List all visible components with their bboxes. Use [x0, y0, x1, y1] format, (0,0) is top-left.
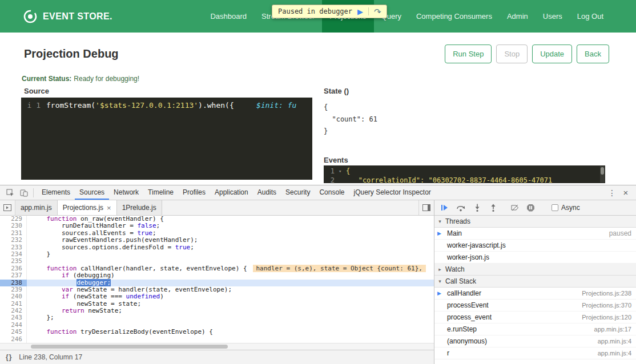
- code-token: newState = state;: [31, 300, 141, 308]
- devtools-tab-console[interactable]: Console: [315, 185, 349, 200]
- step-over-button[interactable]: [456, 204, 465, 212]
- execution-token: debugger;: [77, 279, 111, 286]
- devtools-close-button[interactable]: ×: [619, 185, 633, 200]
- frame-function-name: (anonymous): [447, 337, 487, 345]
- code-line-243[interactable]: 243 };: [0, 314, 434, 321]
- step-into-button[interactable]: [473, 204, 481, 212]
- code-line-246[interactable]: 246: [0, 336, 434, 343]
- state-json-line: }: [324, 126, 377, 137]
- async-option[interactable]: Async: [552, 204, 580, 212]
- nav-item-competing-consumers[interactable]: Competing Consumers: [409, 0, 500, 33]
- code-token: sources.options.definesFold =: [31, 244, 175, 251]
- code-token: [31, 265, 47, 272]
- code-token: newState;: [84, 307, 122, 314]
- devtools-tab-profiles[interactable]: Profiles: [178, 185, 210, 200]
- thread-label: worker-javascript.js: [447, 241, 506, 249]
- nav-item-log-out[interactable]: Log Out: [570, 0, 611, 33]
- source-token: ).when({: [198, 101, 234, 110]
- line-number[interactable]: 235: [0, 258, 27, 265]
- stop-button[interactable]: Stop: [496, 45, 528, 63]
- editor-horizontal-scrollbar[interactable]: [0, 343, 434, 350]
- event-store-logo[interactable]: EVENT STORE.: [23, 9, 112, 24]
- show-navigator-button[interactable]: [0, 200, 15, 215]
- line-number[interactable]: 246: [0, 336, 27, 343]
- devtools-tab-timeline[interactable]: Timeline: [143, 185, 178, 200]
- code-text: function tryDeserializeBody(eventEnvelop…: [27, 329, 213, 335]
- events-line-number[interactable]: 2: [324, 176, 339, 183]
- thread-label: Main: [447, 229, 462, 237]
- thread-row-main[interactable]: ▶Mainpaused: [434, 228, 636, 240]
- code-token: return: [62, 307, 84, 314]
- fold-arrow-icon: [339, 176, 346, 183]
- nav-item-dashboard[interactable]: Dashboard: [203, 0, 254, 33]
- code-text: };: [27, 314, 54, 321]
- call-stack-frame-process-event[interactable]: process_eventProjections.js:120: [434, 312, 636, 323]
- line-number[interactable]: 232: [0, 237, 27, 244]
- line-number[interactable]: 237: [0, 272, 27, 279]
- threads-section-header[interactable]: ▾ Threads: [434, 216, 636, 228]
- thread-row-worker-json-js[interactable]: worker-json.js: [434, 252, 636, 264]
- code-line-234[interactable]: 234 }: [0, 251, 434, 258]
- code-token: true: [175, 244, 191, 251]
- nav-item-users[interactable]: Users: [536, 0, 570, 33]
- update-button[interactable]: Update: [532, 45, 572, 63]
- code-token: callHandler(handler, state, eventEnvelop…: [77, 265, 247, 272]
- inspect-element-button[interactable]: [3, 185, 17, 200]
- call-stack-frame-r[interactable]: rapp.min.js:4: [434, 347, 636, 359]
- code-token: undefined: [126, 293, 160, 300]
- code-line-233[interactable]: 233 sources.options.definesFold = true;: [0, 244, 434, 251]
- device-toolbar-button[interactable]: [17, 185, 31, 200]
- overlay-step-over-button[interactable]: ↷: [374, 7, 381, 16]
- code-editor[interactable]: 229 function on_raw(eventHandler) {230 r…: [0, 216, 434, 343]
- call-stack-frame-e-runstep[interactable]: e.runStepapp.min.js:17: [434, 323, 636, 335]
- overlay-resume-button[interactable]: ▶: [357, 8, 363, 15]
- call-stack-frame-callhandler[interactable]: ▶callHandlerProjections.js:238: [434, 288, 636, 300]
- watch-section-header[interactable]: ▸ Watch: [434, 264, 636, 276]
- devtools-tab-application[interactable]: Application: [210, 185, 253, 200]
- pause-on-exceptions-button[interactable]: [527, 204, 534, 212]
- devtools-tab-elements[interactable]: Elements: [37, 185, 75, 200]
- events-scrollbar[interactable]: [600, 166, 605, 183]
- nav-item-admin[interactable]: Admin: [500, 0, 536, 33]
- deactivate-breakpoints-button[interactable]: [511, 204, 519, 211]
- events-editor[interactable]: 1▾{2 "correlationId": "06302702-8837-446…: [324, 165, 605, 183]
- devtools-tab-jquery-selector-inspector[interactable]: jQuery Selector Inspector: [349, 185, 435, 200]
- source-code-line: fromStream('$stats-127.0.0.1:2113').when…: [46, 101, 296, 110]
- pretty-print-button[interactable]: {}: [6, 353, 12, 361]
- events-scrollbar-thumb[interactable]: [601, 167, 604, 175]
- line-number[interactable]: 230: [0, 223, 27, 229]
- run-step-button[interactable]: Run Step: [445, 45, 492, 63]
- code-text: [27, 322, 31, 329]
- line-number[interactable]: 245: [0, 329, 27, 335]
- devtools-tab-security[interactable]: Security: [281, 185, 315, 200]
- devtools-tab-sources[interactable]: Sources: [75, 185, 109, 200]
- back-button[interactable]: Back: [577, 45, 609, 63]
- code-line-245[interactable]: 245 function tryDeserializeBody(eventEnv…: [0, 329, 434, 335]
- code-line-242[interactable]: 242 return newState;: [0, 308, 434, 314]
- frame-function-name: r: [447, 349, 449, 357]
- close-tab-icon[interactable]: ×: [107, 204, 111, 212]
- file-tabbar: app.min.jsProjections.js×1Prelude.js: [0, 200, 434, 216]
- call-stack-frame-anonymous[interactable]: (anonymous)app.min.js:4: [434, 335, 636, 347]
- thread-row-worker-javascript-js[interactable]: worker-javascript.js: [434, 240, 636, 252]
- line-number[interactable]: 243: [0, 314, 27, 321]
- fold-arrow-icon[interactable]: ▾: [339, 167, 346, 175]
- step-out-button[interactable]: [489, 204, 497, 212]
- toolbar-divider: [33, 188, 34, 197]
- scrollbar-thumb[interactable]: [31, 345, 228, 349]
- devtools-tab-network[interactable]: Network: [109, 185, 143, 200]
- source-editor[interactable]: i 1 fromStream('$stats-127.0.0.1:2113').…: [21, 98, 312, 180]
- async-checkbox[interactable]: [552, 204, 558, 211]
- events-line-number[interactable]: 1: [324, 167, 339, 175]
- devtools-menu-button[interactable]: ⋮: [605, 185, 619, 200]
- call-stack-frame-processevent[interactable]: processEventProjections.js:370: [434, 300, 636, 312]
- file-tab-label: Projections.js: [63, 204, 103, 212]
- file-tab-projections-js[interactable]: Projections.js×: [58, 200, 117, 215]
- file-tab-1prelude-js[interactable]: 1Prelude.js: [117, 200, 162, 215]
- devtools-tab-audits[interactable]: Audits: [253, 185, 281, 200]
- line-number[interactable]: 240: [0, 293, 27, 300]
- call-stack-section-header[interactable]: ▾ Call Stack: [434, 276, 636, 288]
- file-tab-app-min-js[interactable]: app.min.js: [15, 200, 58, 215]
- toggle-debugger-sidebar-button[interactable]: [418, 200, 434, 215]
- resume-button[interactable]: [440, 204, 448, 212]
